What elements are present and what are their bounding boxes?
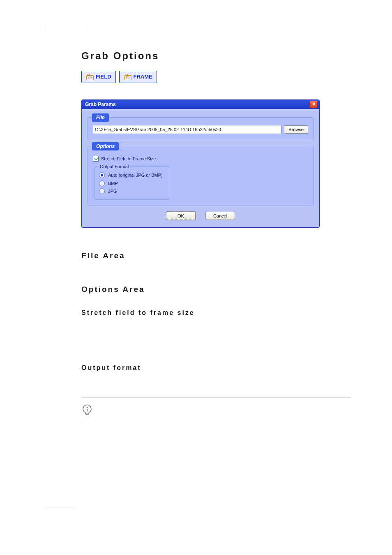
options-section-label: Options bbox=[92, 142, 119, 150]
stretch-checkbox-row[interactable]: Stretch Field to Frame Size bbox=[93, 155, 308, 162]
frame-button[interactable]: FRAME bbox=[119, 71, 157, 83]
heading-options-area: Options Area bbox=[81, 284, 351, 296]
camera-icon bbox=[124, 74, 131, 80]
field-button[interactable]: FIELD bbox=[81, 71, 116, 83]
output-format-legend: Output Format bbox=[98, 163, 131, 170]
stretch-checkbox-label: Stretch Field to Frame Size bbox=[101, 155, 156, 162]
output-format-group: Output Format Auto (original JPG or BMP)… bbox=[95, 166, 169, 200]
file-path-input[interactable] bbox=[93, 125, 281, 134]
close-button[interactable]: ✕ bbox=[309, 101, 318, 108]
file-section: File Browse bbox=[88, 117, 314, 140]
dialog-button-row: OK Cancel bbox=[88, 212, 314, 220]
close-icon: ✕ bbox=[312, 102, 316, 106]
footer-separator-bottom bbox=[81, 424, 351, 424]
note-icon bbox=[81, 404, 93, 415]
subhead-stretch: Stretch field to frame size bbox=[81, 308, 351, 318]
footer-separator-top bbox=[81, 398, 351, 398]
radio-bmp[interactable] bbox=[99, 180, 105, 186]
bottom-underline-rule bbox=[44, 507, 73, 507]
frame-button-label: FRAME bbox=[134, 73, 152, 81]
grab-toolbar-row: FIELD FRAME bbox=[81, 71, 351, 83]
cancel-button[interactable]: Cancel bbox=[205, 212, 235, 220]
radio-auto-label: Auto (original JPG or BMP) bbox=[108, 172, 163, 179]
radio-auto[interactable] bbox=[99, 172, 105, 178]
svg-rect-1 bbox=[87, 409, 88, 412]
radio-jpg[interactable] bbox=[99, 188, 105, 194]
radio-jpg-row[interactable]: JPG bbox=[99, 188, 165, 195]
radio-bmp-label: BMP bbox=[108, 180, 118, 187]
camera-icon bbox=[86, 74, 93, 80]
svg-point-0 bbox=[87, 407, 88, 408]
options-section: Options Stretch Field to Frame Size Outp… bbox=[88, 146, 314, 206]
subhead-output-format: Output format bbox=[81, 363, 351, 373]
radio-jpg-label: JPG bbox=[108, 188, 117, 195]
heading-file-area: File Area bbox=[81, 250, 351, 262]
dialog-title: Grab Params bbox=[85, 101, 116, 108]
dialog-titlebar: Grab Params ✕ bbox=[82, 100, 319, 109]
top-underline-rule bbox=[44, 29, 88, 29]
grab-params-dialog: Grab Params ✕ File Browse Options bbox=[81, 99, 320, 228]
file-section-label: File bbox=[92, 113, 109, 122]
stretch-checkbox[interactable] bbox=[93, 156, 99, 162]
radio-auto-row[interactable]: Auto (original JPG or BMP) bbox=[99, 172, 165, 179]
heading-grab-options: Grab Options bbox=[81, 49, 351, 63]
radio-bmp-row[interactable]: BMP bbox=[99, 180, 165, 187]
browse-button[interactable]: Browse bbox=[284, 125, 308, 134]
field-button-label: FIELD bbox=[96, 73, 111, 81]
ok-button[interactable]: OK bbox=[166, 212, 196, 220]
